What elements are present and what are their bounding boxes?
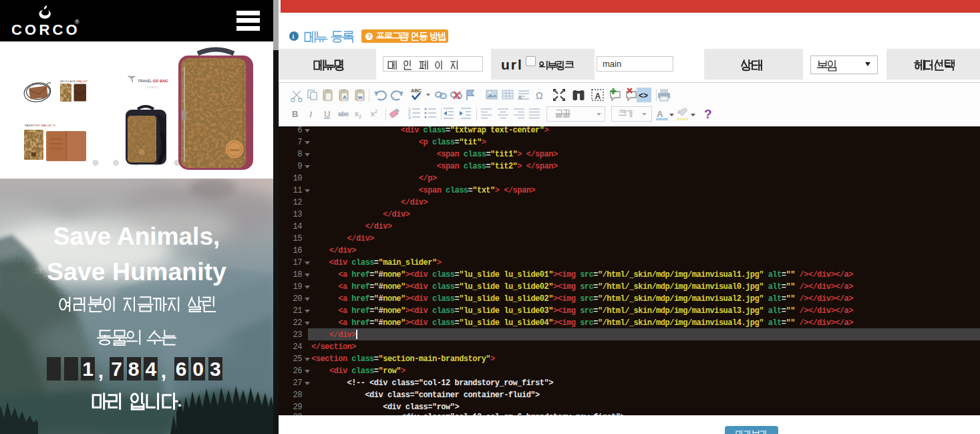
svg-text:ABC: ABC <box>411 88 422 94</box>
svg-text:NECKLACE WALLET: NECKLACE WALLET <box>60 80 88 83</box>
svg-text:corco: corco <box>230 148 240 152</box>
svg-text:A: A <box>343 94 347 100</box>
svg-text:2: 2 <box>359 114 361 119</box>
svg-text:A: A <box>595 92 601 101</box>
svg-text:.: . <box>178 393 182 410</box>
svg-text:I: I <box>309 109 313 119</box>
svg-text:U: U <box>324 109 330 119</box>
svg-text:B: B <box>292 109 298 119</box>
svg-text:2: 2 <box>375 109 377 114</box>
svg-text:w: w <box>357 94 363 100</box>
svg-text:C O R C O: C O R C O <box>147 86 158 89</box>
svg-text:PASSPORT WALLET 7t: PASSPORT WALLET 7t <box>25 124 56 127</box>
svg-text:abc: abc <box>338 110 349 118</box>
svg-text:Ω: Ω <box>536 90 542 101</box>
svg-text:3: 3 <box>408 115 411 120</box>
svg-text:<>: <> <box>639 91 648 100</box>
svg-text:A: A <box>657 109 663 119</box>
svg-text:?: ? <box>704 107 712 121</box>
svg-text:TRAVEL GO BAG: TRAVEL GO BAG <box>138 79 168 83</box>
svg-text:A: A <box>518 94 522 101</box>
